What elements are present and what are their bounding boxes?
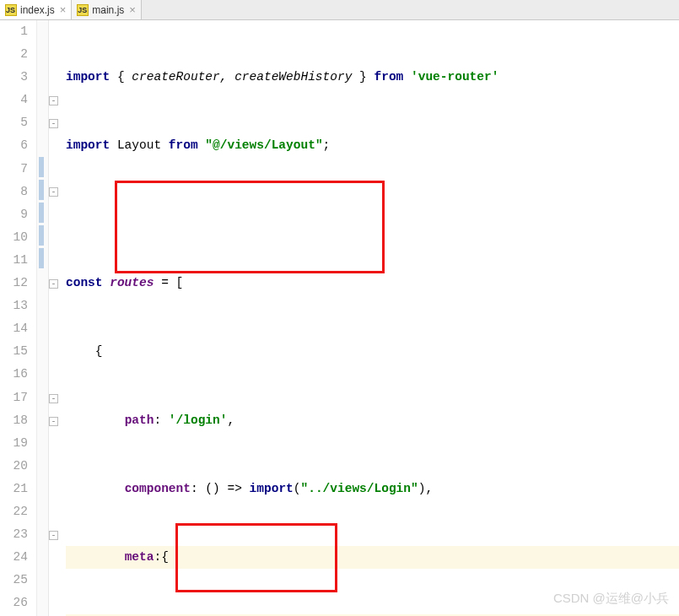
tab-index-js[interactable]: JS index.js × — [0, 0, 72, 19]
tab-bar: JS index.js × JS main.js × — [0, 0, 679, 20]
tab-main-js[interactable]: JS main.js × — [72, 0, 142, 19]
code-line: const routes = [ — [66, 272, 679, 294]
fold-minus-icon[interactable]: - — [49, 417, 58, 426]
code-line: path: '/login', — [66, 409, 679, 432]
js-file-icon: JS — [77, 4, 89, 16]
fold-column: - - - - - - - — [49, 20, 59, 616]
close-icon[interactable]: × — [129, 3, 136, 16]
highlight-box — [115, 181, 385, 273]
fold-minus-icon[interactable]: - — [49, 279, 58, 289]
code-area[interactable]: import { createRouter, createWebHistory … — [59, 20, 679, 616]
fold-minus-icon[interactable]: - — [49, 531, 58, 540]
code-line — [66, 203, 679, 226]
fold-minus-icon[interactable]: - — [49, 119, 58, 128]
js-file-icon: JS — [5, 4, 17, 16]
line-number-gutter: 1 2 3 4 5 6 7 8 9 10 11 12 13 14 15 16 1… — [0, 20, 37, 616]
close-icon[interactable]: × — [60, 3, 67, 16]
code-line: { — [66, 340, 679, 363]
tab-label: main.js — [92, 4, 124, 16]
marker-column — [37, 20, 49, 616]
fold-minus-icon[interactable]: - — [49, 394, 58, 403]
code-line: import Layout from "@/views/Layout"; — [66, 134, 679, 157]
code-line: meta:{ — [66, 546, 679, 569]
code-editor[interactable]: 1 2 3 4 5 6 7 8 9 10 11 12 13 14 15 16 1… — [0, 20, 679, 616]
fold-minus-icon[interactable]: - — [49, 96, 58, 105]
code-line: import { createRouter, createWebHistory … — [66, 66, 679, 89]
tab-label: index.js — [20, 4, 55, 16]
code-line: component: () => import("../views/Login"… — [66, 478, 679, 500]
fold-minus-icon[interactable]: - — [49, 187, 58, 197]
